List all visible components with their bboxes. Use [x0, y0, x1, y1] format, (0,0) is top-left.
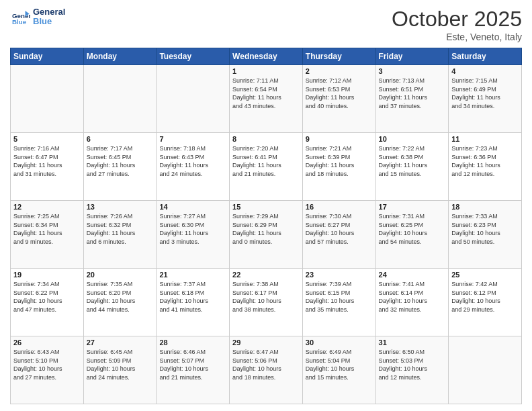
day-info: Sunrise: 7:18 AM Sunset: 6:43 PM Dayligh… — [159, 144, 226, 178]
day-number: 24 — [379, 271, 446, 279]
header: General Blue General Blue October 2025 E… — [10, 7, 522, 42]
calendar-cell: 1Sunrise: 7:11 AM Sunset: 6:54 PM Daylig… — [230, 65, 303, 133]
calendar-cell: 23Sunrise: 7:39 AM Sunset: 6:15 PM Dayli… — [302, 269, 375, 336]
day-number: 8 — [232, 135, 300, 143]
week-row-4: 19Sunrise: 7:34 AM Sunset: 6:22 PM Dayli… — [11, 269, 522, 336]
calendar-cell: 24Sunrise: 7:41 AM Sunset: 6:14 PM Dayli… — [375, 269, 449, 336]
day-info: Sunrise: 7:13 AM Sunset: 6:51 PM Dayligh… — [379, 77, 446, 110]
calendar-cell — [157, 65, 230, 133]
day-number: 11 — [451, 135, 519, 143]
day-number: 14 — [159, 203, 226, 211]
day-number: 5 — [13, 135, 81, 143]
day-info: Sunrise: 7:38 AM Sunset: 6:17 PM Dayligh… — [232, 280, 300, 314]
day-info: Sunrise: 7:31 AM Sunset: 6:25 PM Dayligh… — [379, 212, 446, 246]
day-header-saturday: Saturday — [449, 48, 522, 65]
day-number: 17 — [379, 203, 446, 211]
calendar-cell: 26Sunrise: 6:43 AM Sunset: 5:10 PM Dayli… — [11, 336, 84, 404]
calendar-cell: 18Sunrise: 7:33 AM Sunset: 6:23 PM Dayli… — [449, 201, 522, 269]
day-info: Sunrise: 7:21 AM Sunset: 6:39 PM Dayligh… — [306, 144, 373, 178]
day-info: Sunrise: 6:49 AM Sunset: 5:04 PM Dayligh… — [306, 348, 373, 381]
day-info: Sunrise: 7:15 AM Sunset: 6:49 PM Dayligh… — [451, 77, 519, 110]
calendar-cell: 10Sunrise: 7:22 AM Sunset: 6:38 PM Dayli… — [375, 133, 449, 201]
day-info: Sunrise: 7:12 AM Sunset: 6:53 PM Dayligh… — [306, 77, 373, 110]
calendar-cell: 28Sunrise: 6:46 AM Sunset: 5:07 PM Dayli… — [157, 336, 230, 404]
calendar-cell: 20Sunrise: 7:35 AM Sunset: 6:20 PM Dayli… — [83, 269, 157, 336]
title-block: October 2025 Este, Veneto, Italy — [392, 7, 522, 42]
day-info: Sunrise: 6:50 AM Sunset: 5:03 PM Dayligh… — [379, 348, 446, 381]
day-number: 27 — [87, 338, 154, 347]
calendar-cell: 9Sunrise: 7:21 AM Sunset: 6:39 PM Daylig… — [302, 133, 375, 201]
calendar-cell: 7Sunrise: 7:18 AM Sunset: 6:43 PM Daylig… — [157, 133, 230, 201]
calendar-header-row: SundayMondayTuesdayWednesdayThursdayFrid… — [11, 48, 522, 65]
day-info: Sunrise: 7:33 AM Sunset: 6:23 PM Dayligh… — [451, 212, 519, 246]
calendar-cell — [449, 336, 522, 404]
week-row-1: 1Sunrise: 7:11 AM Sunset: 6:54 PM Daylig… — [11, 65, 522, 133]
day-header-wednesday: Wednesday — [230, 48, 303, 65]
calendar-cell: 15Sunrise: 7:29 AM Sunset: 6:29 PM Dayli… — [230, 201, 303, 269]
week-row-3: 12Sunrise: 7:25 AM Sunset: 6:34 PM Dayli… — [11, 201, 522, 269]
day-info: Sunrise: 7:25 AM Sunset: 6:34 PM Dayligh… — [13, 212, 81, 246]
day-number: 12 — [13, 203, 81, 211]
logo-icon: General Blue — [10, 7, 30, 27]
day-info: Sunrise: 7:23 AM Sunset: 6:36 PM Dayligh… — [451, 144, 519, 178]
calendar-cell: 14Sunrise: 7:27 AM Sunset: 6:30 PM Dayli… — [157, 201, 230, 269]
calendar-cell: 8Sunrise: 7:20 AM Sunset: 6:41 PM Daylig… — [230, 133, 303, 201]
day-header-thursday: Thursday — [302, 48, 375, 65]
day-number: 1 — [232, 67, 300, 75]
day-number: 28 — [159, 338, 226, 347]
calendar-cell — [83, 65, 157, 133]
day-number: 21 — [159, 271, 226, 279]
day-info: Sunrise: 7:41 AM Sunset: 6:14 PM Dayligh… — [379, 280, 446, 314]
day-info: Sunrise: 7:26 AM Sunset: 6:32 PM Dayligh… — [87, 212, 154, 246]
calendar-cell: 31Sunrise: 6:50 AM Sunset: 5:03 PM Dayli… — [375, 336, 449, 404]
logo-blue: Blue — [33, 17, 65, 26]
day-info: Sunrise: 7:27 AM Sunset: 6:30 PM Dayligh… — [159, 212, 226, 246]
day-number: 15 — [232, 203, 300, 211]
day-info: Sunrise: 7:30 AM Sunset: 6:27 PM Dayligh… — [306, 212, 373, 246]
calendar-cell: 12Sunrise: 7:25 AM Sunset: 6:34 PM Dayli… — [11, 201, 84, 269]
day-number: 22 — [232, 271, 300, 279]
day-info: Sunrise: 7:22 AM Sunset: 6:38 PM Dayligh… — [379, 144, 446, 178]
day-header-sunday: Sunday — [11, 48, 84, 65]
day-info: Sunrise: 7:20 AM Sunset: 6:41 PM Dayligh… — [232, 144, 300, 178]
month-title: October 2025 — [392, 7, 522, 32]
day-number: 16 — [306, 203, 373, 211]
day-info: Sunrise: 7:37 AM Sunset: 6:18 PM Dayligh… — [159, 280, 226, 314]
day-header-tuesday: Tuesday — [157, 48, 230, 65]
day-number: 23 — [306, 271, 373, 279]
calendar: SundayMondayTuesdayWednesdayThursdayFrid… — [10, 48, 522, 404]
day-number: 4 — [451, 67, 519, 75]
day-number: 2 — [306, 67, 373, 75]
calendar-cell: 13Sunrise: 7:26 AM Sunset: 6:32 PM Dayli… — [83, 201, 157, 269]
calendar-cell: 27Sunrise: 6:45 AM Sunset: 5:09 PM Dayli… — [83, 336, 157, 404]
day-number: 25 — [451, 271, 519, 279]
day-number: 26 — [13, 338, 81, 347]
day-info: Sunrise: 7:17 AM Sunset: 6:45 PM Dayligh… — [87, 144, 154, 178]
day-number: 31 — [379, 338, 446, 347]
calendar-cell: 25Sunrise: 7:42 AM Sunset: 6:12 PM Dayli… — [449, 269, 522, 336]
day-number: 18 — [451, 203, 519, 211]
day-info: Sunrise: 7:11 AM Sunset: 6:54 PM Dayligh… — [232, 77, 300, 110]
calendar-cell: 17Sunrise: 7:31 AM Sunset: 6:25 PM Dayli… — [375, 201, 449, 269]
day-number: 3 — [379, 67, 446, 75]
day-info: Sunrise: 6:43 AM Sunset: 5:10 PM Dayligh… — [13, 348, 81, 381]
day-info: Sunrise: 6:46 AM Sunset: 5:07 PM Dayligh… — [159, 348, 226, 381]
calendar-cell: 4Sunrise: 7:15 AM Sunset: 6:49 PM Daylig… — [449, 65, 522, 133]
calendar-cell: 19Sunrise: 7:34 AM Sunset: 6:22 PM Dayli… — [11, 269, 84, 336]
day-info: Sunrise: 6:47 AM Sunset: 5:06 PM Dayligh… — [232, 348, 300, 381]
calendar-cell: 5Sunrise: 7:16 AM Sunset: 6:47 PM Daylig… — [11, 133, 84, 201]
calendar-cell — [11, 65, 84, 133]
logo-general: General — [33, 7, 65, 17]
day-number: 9 — [306, 135, 373, 143]
day-info: Sunrise: 7:35 AM Sunset: 6:20 PM Dayligh… — [87, 280, 154, 314]
calendar-cell: 21Sunrise: 7:37 AM Sunset: 6:18 PM Dayli… — [157, 269, 230, 336]
day-number: 6 — [87, 135, 154, 143]
week-row-5: 26Sunrise: 6:43 AM Sunset: 5:10 PM Dayli… — [11, 336, 522, 404]
day-header-monday: Monday — [83, 48, 157, 65]
calendar-cell: 30Sunrise: 6:49 AM Sunset: 5:04 PM Dayli… — [302, 336, 375, 404]
svg-text:Blue: Blue — [12, 18, 27, 26]
day-number: 19 — [13, 271, 81, 279]
day-number: 13 — [87, 203, 154, 211]
day-info: Sunrise: 7:29 AM Sunset: 6:29 PM Dayligh… — [232, 212, 300, 246]
calendar-cell: 3Sunrise: 7:13 AM Sunset: 6:51 PM Daylig… — [375, 65, 449, 133]
